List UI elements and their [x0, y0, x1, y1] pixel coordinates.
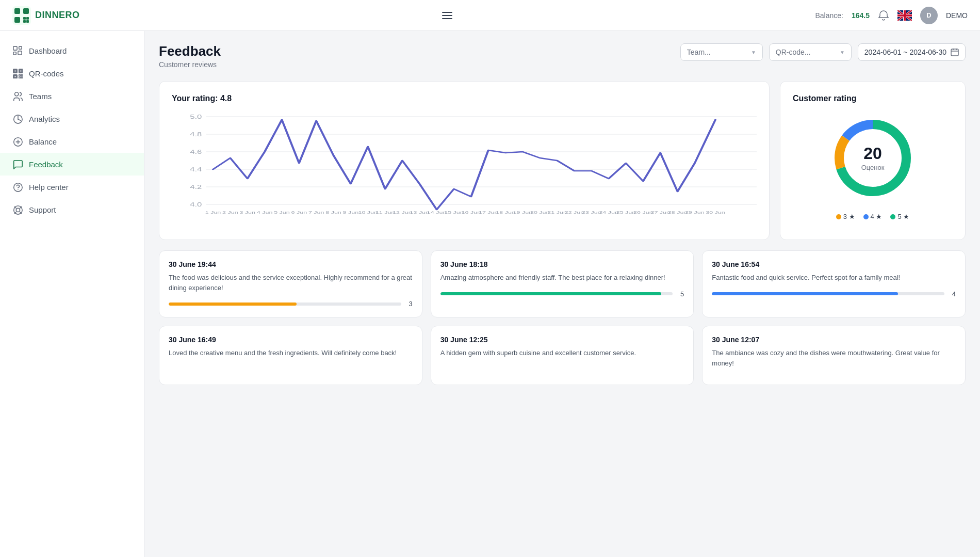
rating-number: 5	[678, 290, 684, 298]
svg-text:4 Jun: 4 Jun	[257, 210, 273, 214]
review-time: 30 June 12:25	[440, 336, 684, 344]
svg-text:24 Jun: 24 Jun	[599, 210, 618, 214]
qr-filter-chevron: ▼	[840, 50, 845, 55]
svg-text:4.2: 4.2	[190, 184, 202, 190]
svg-text:21 Jun: 21 Jun	[547, 210, 567, 214]
review-card: 30 June 12:25 A hidden gem with superb c…	[431, 326, 694, 385]
rating-number: 4	[950, 290, 956, 298]
nav-label-support: Support	[29, 205, 56, 214]
qr-icon	[12, 68, 23, 78]
sidebar-item-help-center[interactable]: Help center	[0, 176, 144, 198]
svg-text:20 Jun: 20 Jun	[530, 210, 550, 214]
svg-text:28 Jun: 28 Jun	[668, 210, 688, 214]
svg-rect-7	[26, 20, 29, 23]
nav-label-help-center: Help center	[29, 183, 69, 192]
reviews-grid: 30 June 19:44 The food was delicious and…	[159, 250, 966, 385]
svg-point-26	[15, 92, 19, 96]
chart-container: 5.0 4.8 4.6 4.4 4.2 4.0 1 Jun 2 Jun 3 Ju…	[172, 112, 757, 227]
sidebar-item-analytics[interactable]: Analytics	[0, 107, 144, 130]
header-left: DINNERO	[12, 6, 80, 25]
svg-text:22 Jun: 22 Jun	[565, 210, 584, 214]
svg-rect-23	[21, 75, 23, 76]
cards-row: Your rating: 4.8 5.0 4.8 4.6	[159, 81, 966, 240]
balance-icon	[12, 136, 23, 147]
logo-text: DINNERO	[35, 10, 80, 21]
rating-bar-fill	[712, 292, 898, 295]
sidebar-item-teams[interactable]: Teams	[0, 85, 144, 107]
nav-label-analytics: Analytics	[29, 115, 60, 123]
sidebar-item-balance[interactable]: Balance	[0, 130, 144, 153]
review-text: The food was delicious and the service e…	[169, 273, 413, 293]
sidebar-item-feedback[interactable]: Feedback	[0, 153, 144, 176]
review-time: 30 June 16:54	[712, 260, 956, 268]
svg-text:8 Jun: 8 Jun	[325, 210, 341, 214]
donut-center: 20 Оценок	[861, 145, 885, 171]
sidebar-item-qr-codes[interactable]: QR-codes	[0, 62, 144, 85]
rating-bar-row: 5	[440, 290, 684, 298]
svg-text:1 Jun: 1 Jun	[205, 210, 221, 214]
svg-text:16 Jun: 16 Jun	[462, 210, 481, 214]
date-range-label: 2024-06-01 ~ 2024-06-30	[864, 48, 946, 56]
calendar-icon	[951, 48, 959, 56]
nav-label-feedback: Feedback	[29, 160, 63, 169]
sidebar: Dashboard QR-codes Teams Analytics Balan…	[0, 31, 144, 557]
chart-title: Your rating: 4.8	[172, 94, 757, 103]
svg-point-32	[16, 208, 20, 212]
svg-text:6 Jun: 6 Jun	[291, 210, 307, 214]
language-flag[interactable]	[897, 10, 912, 21]
svg-text:15 Jun: 15 Jun	[444, 210, 464, 214]
demo-label[interactable]: DEMO	[946, 11, 968, 20]
header: DINNERO Balance: 164.5 D DEMO	[0, 0, 980, 31]
svg-text:17 Jun: 17 Jun	[479, 210, 498, 214]
hamburger-button[interactable]	[442, 12, 452, 19]
svg-text:11 Jun: 11 Jun	[375, 210, 395, 214]
help-icon	[12, 182, 23, 192]
svg-rect-15	[14, 70, 17, 72]
rating-number: 3	[406, 300, 413, 308]
nav-label-qr-codes: QR-codes	[29, 69, 64, 78]
page-title: Feedback	[159, 43, 221, 59]
svg-text:19 Jun: 19 Jun	[513, 210, 533, 214]
team-filter[interactable]: Team... ▼	[680, 43, 763, 61]
logo-icon	[12, 6, 31, 25]
svg-rect-22	[19, 75, 21, 76]
review-text: Amazing atmosphere and friendly staff. T…	[440, 273, 684, 283]
date-filter[interactable]: 2024-06-01 ~ 2024-06-30	[858, 43, 966, 61]
svg-rect-4	[23, 17, 26, 20]
svg-text:27 Jun: 27 Jun	[650, 210, 670, 214]
svg-rect-2	[23, 8, 29, 14]
donut-wrapper: 20 Оценок	[826, 112, 919, 204]
review-card: 30 June 12:07 The ambiance was cozy and …	[702, 326, 966, 385]
bell-icon[interactable]	[878, 10, 889, 21]
svg-rect-10	[19, 46, 22, 49]
legend-dot-5star	[890, 214, 895, 219]
page-header: Feedback Customer reviews Team... ▼ QR-c…	[159, 43, 966, 69]
legend-5star: 5 ★	[890, 213, 909, 220]
svg-point-29	[14, 183, 22, 192]
nav-label-balance: Balance	[29, 137, 57, 146]
svg-text:9 Jun: 9 Jun	[343, 210, 359, 214]
svg-rect-24	[19, 77, 21, 78]
page-subtitle: Customer reviews	[159, 60, 221, 69]
svg-text:29 Jun: 29 Jun	[685, 210, 705, 214]
review-time: 30 June 19:44	[169, 260, 413, 268]
review-text: Fantastic food and quick service. Perfec…	[712, 273, 956, 283]
qr-filter[interactable]: QR-code... ▼	[769, 43, 852, 61]
avatar[interactable]: D	[920, 7, 938, 24]
rating-bar-track	[440, 292, 673, 295]
svg-text:5 Jun: 5 Jun	[274, 210, 290, 214]
sidebar-item-dashboard[interactable]: Dashboard	[0, 39, 144, 62]
dashboard-icon	[12, 45, 23, 56]
sidebar-item-support[interactable]: Support	[0, 198, 144, 221]
nav-label-dashboard: Dashboard	[29, 46, 67, 55]
svg-rect-9	[13, 46, 17, 50]
svg-rect-25	[21, 77, 23, 78]
review-time: 30 June 16:49	[169, 336, 413, 344]
review-card: 30 June 18:18 Amazing atmosphere and fri…	[431, 250, 694, 317]
balance-value: 164.5	[852, 11, 870, 20]
filters: Team... ▼ QR-code... ▼ 2024-06-01 ~ 2024…	[680, 43, 966, 61]
nav-label-teams: Teams	[29, 92, 52, 101]
feedback-icon	[12, 159, 23, 169]
team-filter-chevron: ▼	[751, 50, 756, 55]
svg-rect-18	[20, 70, 22, 72]
